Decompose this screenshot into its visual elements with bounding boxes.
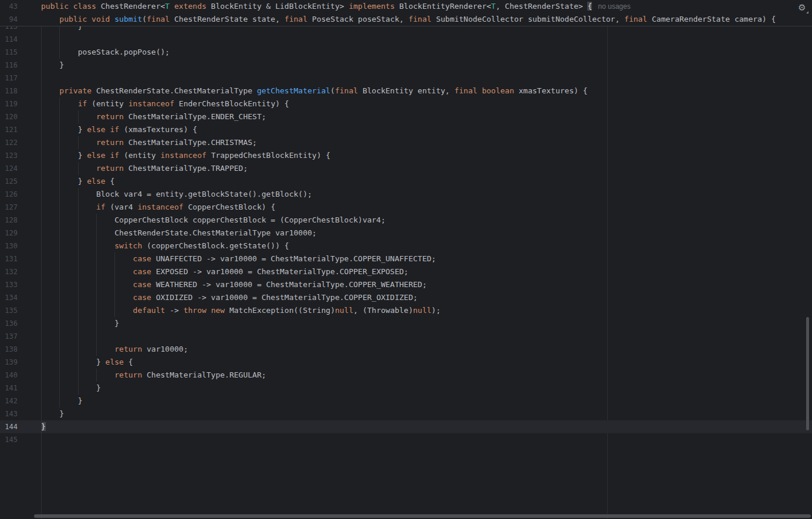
gutter[interactable]: 120 [0,110,41,123]
line-number[interactable]: 144 [0,420,18,433]
gutter[interactable]: 122 [0,136,41,149]
gutter[interactable]: 139 [0,356,41,369]
gutter[interactable]: 125 [0,175,41,188]
code-text[interactable]: } else { [41,356,812,369]
line-number[interactable]: 125 [0,175,18,188]
line-number[interactable]: 142 [0,395,18,407]
gutter[interactable]: 128 [0,214,41,227]
gutter[interactable]: 124 [0,162,41,175]
usages-hint[interactable]: no usages [598,2,630,11]
code-line[interactable]: 145 [0,433,812,446]
code-line[interactable]: 134 case OXIDIZED -> var10000 = ChestMat… [0,291,812,304]
vertical-scrollbar-thumb[interactable] [806,317,809,430]
line-number[interactable]: 128 [0,214,18,227]
code-line[interactable]: 137 [0,330,812,343]
code-line[interactable]: 121 } else if (xmasTextures) { [0,123,812,136]
code-text[interactable]: return ChestMaterialType.CHRISTMAS; [41,136,812,149]
code-text[interactable]: } [41,407,812,420]
line-number[interactable]: 143 [0,407,18,420]
gutter[interactable]: 143 [0,407,41,420]
code-line[interactable]: 143 } [0,407,812,420]
line-number[interactable]: 131 [0,252,18,265]
code-line[interactable]: 116 } [0,59,812,72]
code-line[interactable]: 114 [0,33,812,46]
code-text[interactable]: public void submit(final ChestRenderStat… [41,13,812,26]
gutter[interactable]: 142 [0,395,41,407]
gutter[interactable]: 144 [0,420,41,433]
code-text[interactable] [41,330,812,343]
code-line[interactable]: 133 case WEATHERED -> var10000 = ChestMa… [0,278,812,291]
code-text[interactable] [41,72,812,85]
gutter[interactable]: 115 [0,46,41,59]
line-number[interactable]: 129 [0,227,18,240]
code-text[interactable]: } [41,59,812,72]
line-number[interactable]: 127 [0,201,18,214]
line-number[interactable]: 115 [0,46,18,59]
gutter[interactable]: 132 [0,265,41,278]
gutter[interactable]: 43 [0,0,41,13]
line-number[interactable]: 139 [0,356,18,369]
gutter[interactable]: 141 [0,382,41,395]
code-text[interactable]: if (var4 instanceof CopperChestBlock) { [41,201,812,214]
code-text[interactable]: case EXPOSED -> var10000 = ChestMaterial… [41,265,812,278]
code-text[interactable] [41,433,812,446]
gutter[interactable]: 129 [0,227,41,240]
gutter[interactable]: 116 [0,59,41,72]
code-text[interactable]: case UNAFFECTED -> var10000 = ChestMater… [41,252,812,265]
line-number[interactable]: 123 [0,149,18,162]
code-text[interactable]: Block var4 = entity.getBlockState().getB… [41,188,812,201]
code-text[interactable]: return ChestMaterialType.REGULAR; [41,369,812,382]
line-number[interactable]: 116 [0,59,18,72]
code-text[interactable]: } else if (xmasTextures) { [41,123,812,136]
line-number[interactable]: 124 [0,162,18,175]
code-line[interactable]: 129 ChestRenderState.ChestMaterialType v… [0,227,812,240]
code-text[interactable]: return ChestMaterialType.ENDER_CHEST; [41,110,812,123]
code-line[interactable]: 119 if (entity instanceof EnderChestBloc… [0,97,812,110]
code-line[interactable]: 115 poseStack.popPose(); [0,46,812,59]
code-text[interactable]: return ChestMaterialType.TRAPPED; [41,162,812,175]
line-number[interactable]: 122 [0,136,18,149]
code-line[interactable]: 136 } [0,317,812,330]
code-text[interactable]: } [41,420,812,433]
code-line[interactable]: 127 if (var4 instanceof CopperChestBlock… [0,201,812,214]
line-number[interactable]: 117 [0,72,18,85]
line-number[interactable]: 120 [0,110,18,123]
line-number[interactable]: 132 [0,265,18,278]
gutter[interactable]: 133 [0,278,41,291]
line-number[interactable]: 135 [0,304,18,317]
code-text[interactable]: } else { [41,175,812,188]
code-line[interactable]: 140 return ChestMaterialType.REGULAR; [0,369,812,382]
gutter[interactable]: 140 [0,369,41,382]
code-line[interactable]: 120 return ChestMaterialType.ENDER_CHEST… [0,110,812,123]
line-number[interactable]: 134 [0,291,18,304]
code-text[interactable]: case WEATHERED -> var10000 = ChestMateri… [41,278,812,291]
sticky-code-line[interactable]: 43public class ChestRenderer<T extends B… [0,0,812,13]
gutter[interactable]: 135 [0,304,41,317]
code-text[interactable]: public class ChestRenderer<T extends Blo… [41,0,812,13]
gutter[interactable]: 117 [0,72,41,85]
line-number[interactable]: 141 [0,382,18,395]
code-line[interactable]: 130 switch (copperChestBlock.getState())… [0,240,812,252]
editor-settings-gear-icon[interactable]: ⚙ [796,2,808,14]
gutter[interactable]: 118 [0,85,41,97]
line-number[interactable]: 133 [0,278,18,291]
code-line[interactable]: 122 return ChestMaterialType.CHRISTMAS; [0,136,812,149]
code-text[interactable]: return var10000; [41,343,812,356]
gutter[interactable]: 121 [0,123,41,136]
code-text[interactable]: if (entity instanceof EnderChestBlockEnt… [41,97,812,110]
code-line[interactable]: 124 return ChestMaterialType.TRAPPED; [0,162,812,175]
code-line[interactable]: 125 } else { [0,175,812,188]
gutter[interactable]: 123 [0,149,41,162]
code-text[interactable]: } [41,317,812,330]
code-line[interactable]: 126 Block var4 = entity.getBlockState().… [0,188,812,201]
code-text[interactable]: } [41,382,812,395]
line-number[interactable]: 138 [0,343,18,356]
gutter[interactable]: 130 [0,240,41,252]
code-text[interactable]: CopperChestBlock copperChestBlock = (Cop… [41,214,812,227]
gutter[interactable]: 136 [0,317,41,330]
gutter[interactable]: 119 [0,97,41,110]
gutter[interactable]: 94 [0,13,41,26]
code-text[interactable]: default -> throw new MatchException((Str… [41,304,812,317]
line-number[interactable]: 140 [0,369,18,382]
code-text[interactable]: poseStack.popPose(); [41,46,812,59]
